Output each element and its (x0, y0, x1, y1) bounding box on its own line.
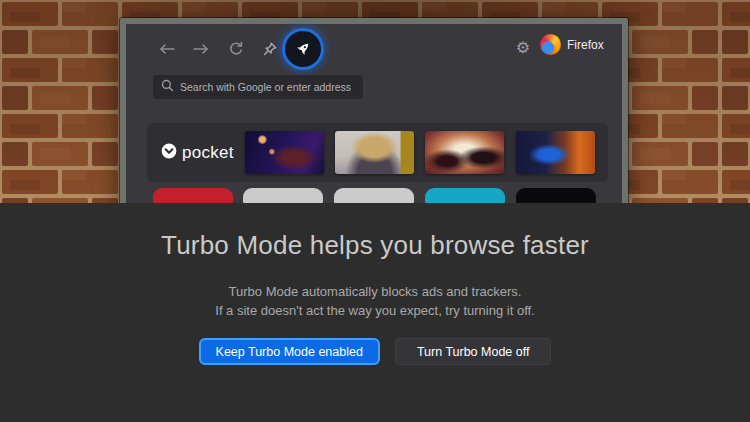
screen: ⚙ Firefox Search with Google or enter ad… (0, 0, 750, 422)
firefox-brand: Firefox (540, 34, 604, 55)
firefox-label: Firefox (567, 38, 604, 52)
turbo-mode-button[interactable] (285, 31, 321, 67)
keep-turbo-mode-button[interactable]: Keep Turbo Mode enabled (199, 338, 380, 365)
pocket-video-thumbnail-speaker[interactable] (245, 131, 324, 174)
reload-icon (228, 41, 244, 57)
reload-button[interactable] (225, 38, 247, 60)
forward-button[interactable] (190, 38, 212, 60)
dialog-body-line2: If a site doesn't act the way you expect… (0, 301, 750, 320)
forward-arrow-icon (192, 42, 210, 56)
pin-icon (262, 41, 278, 57)
browser-toolbar: ⚙ Firefox (126, 24, 622, 76)
pocket-video-thumbnail-concert[interactable] (425, 131, 504, 174)
turn-turbo-mode-off-button[interactable]: Turn Turbo Mode off (395, 338, 552, 365)
gear-icon: ⚙ (516, 38, 530, 57)
pocket-panel: pocket (147, 123, 608, 182)
dialog-title: Turbo Mode helps you browse faster (0, 230, 750, 261)
settings-button[interactable]: ⚙ (512, 36, 534, 58)
search-icon (161, 78, 174, 96)
pocket-video-thumbnail-presenter[interactable] (516, 131, 595, 174)
pocket-label: pocket (182, 143, 234, 163)
pin-button[interactable] (259, 38, 281, 60)
back-arrow-icon (158, 42, 176, 56)
pocket-heart-icon (161, 143, 177, 163)
back-button[interactable] (156, 38, 178, 60)
pocket-logo: pocket (161, 143, 234, 163)
search-placeholder: Search with Google or enter address (180, 81, 351, 93)
pocket-video-thumbnail-cardboard-vr[interactable] (335, 131, 414, 174)
dialog-body: Turbo Mode automatically blocks ads and … (0, 282, 750, 320)
dialog-buttons: Keep Turbo Mode enabled Turn Turbo Mode … (0, 338, 750, 365)
firefox-logo (540, 34, 561, 55)
turbo-mode-dialog: Turbo Mode helps you browse faster Turbo… (0, 203, 750, 422)
dialog-body-line1: Turbo Mode automatically blocks ads and … (0, 282, 750, 301)
browser-window: ⚙ Firefox Search with Google or enter ad… (120, 18, 628, 218)
rocket-icon (294, 40, 312, 58)
search-input[interactable]: Search with Google or enter address (153, 75, 363, 99)
